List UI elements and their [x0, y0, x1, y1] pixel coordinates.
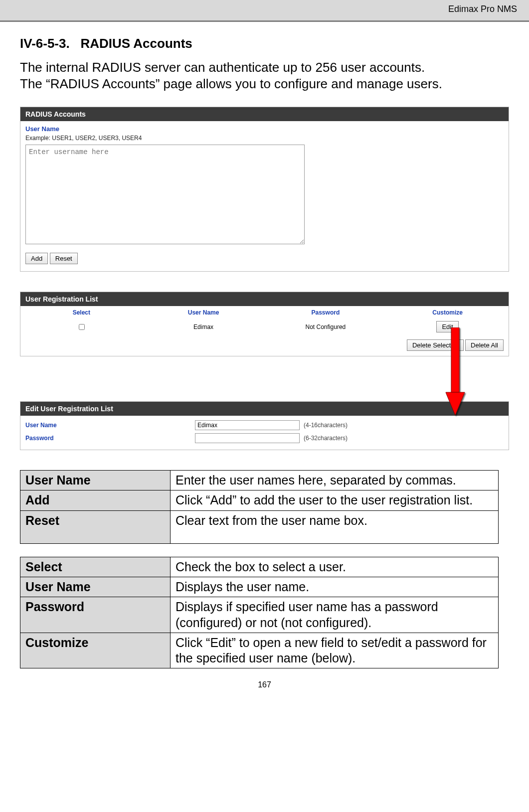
- table-row: User Name Enter the user names here, sep…: [20, 471, 499, 490]
- desc-key: Password: [20, 597, 171, 633]
- section-title: RADIUS Accounts: [80, 36, 192, 51]
- desc-key: User Name: [20, 577, 171, 597]
- section-number: IV-6-5-3.: [20, 36, 70, 51]
- table-row: Select Check the box to select a user.: [20, 557, 499, 577]
- section-heading: IV-6-5-3. RADIUS Accounts: [20, 36, 509, 51]
- desc-val: Displays if specified user name has a pa…: [171, 597, 499, 633]
- desc-val: Clear text from the user name box.: [171, 510, 499, 543]
- desc-val: Displays the user name.: [171, 577, 499, 597]
- user-registration-list-panel: User Registration List Select User Name …: [20, 292, 509, 356]
- edit-button[interactable]: Edit: [436, 321, 458, 332]
- edit-password-input[interactable]: [195, 433, 300, 443]
- table-row: Password Displays if specified user name…: [20, 597, 499, 633]
- page-header: Edimax Pro NMS: [0, 0, 529, 22]
- desc-val: Check the box to select a user.: [171, 557, 499, 577]
- delete-selected-button[interactable]: Delete Selected: [407, 339, 464, 351]
- description-table-2: Select Check the box to select a user. U…: [20, 557, 499, 669]
- table-row: User Name Displays the user name.: [20, 577, 499, 597]
- edit-username-label: User Name: [25, 422, 195, 429]
- password-hint: (6-32characters): [304, 435, 348, 442]
- desc-val: Click “Add” to add the user to the user …: [171, 490, 499, 510]
- intro-text: The internal RADIUS server can authentic…: [20, 59, 509, 92]
- panel-title: RADIUS Accounts: [20, 107, 509, 121]
- intro-line-1: The internal RADIUS server can authentic…: [20, 59, 509, 76]
- panel-title: Edit User Registration List: [20, 402, 509, 416]
- desc-key: Select: [20, 557, 171, 577]
- example-text: Example: USER1, USER2, USER3, USER4: [25, 135, 504, 142]
- table-row: Edimax Not Configured Edit: [20, 319, 509, 336]
- desc-key: User Name: [20, 471, 171, 490]
- reg-table-header: Select User Name Password Customize: [20, 306, 509, 319]
- delete-all-button[interactable]: Delete All: [465, 339, 504, 351]
- desc-key: Add: [20, 490, 171, 510]
- col-username: User Name: [143, 309, 265, 316]
- intro-line-2: The “RADIUS Accounts” page allows you to…: [20, 76, 509, 92]
- edit-username-input[interactable]: [195, 420, 300, 430]
- page-number: 167: [0, 668, 529, 694]
- table-row: Add Click “Add” to add the user to the u…: [20, 490, 499, 510]
- edit-user-registration-panel: Edit User Registration List User Name (4…: [20, 401, 509, 450]
- username-label: User Name: [25, 125, 504, 133]
- edit-password-label: Password: [25, 435, 195, 442]
- desc-key: Customize: [20, 633, 171, 668]
- username-textarea[interactable]: [25, 145, 305, 244]
- radius-accounts-panel: RADIUS Accounts User Name Example: USER1…: [20, 107, 509, 272]
- desc-val: Enter the user names here, separated by …: [171, 471, 499, 490]
- col-select: Select: [20, 309, 143, 316]
- panel-title: User Registration List: [20, 292, 509, 306]
- username-hint: (4-16characters): [304, 422, 348, 429]
- description-table-1: User Name Enter the user names here, sep…: [20, 470, 499, 544]
- product-name: Edimax Pro NMS: [448, 4, 517, 14]
- table-row: Reset Clear text from the user name box.: [20, 510, 499, 543]
- desc-key: Reset: [20, 510, 171, 543]
- row-password: Not Configured: [265, 324, 387, 330]
- table-row: Customize Click “Edit” to open a new fie…: [20, 633, 499, 668]
- add-button[interactable]: Add: [25, 253, 48, 264]
- desc-val: Click “Edit” to open a new field to set/…: [171, 633, 499, 668]
- col-password: Password: [265, 309, 387, 316]
- reset-button[interactable]: Reset: [50, 253, 78, 264]
- col-customize: Customize: [386, 309, 509, 316]
- select-checkbox[interactable]: [79, 324, 85, 330]
- row-username: Edimax: [143, 324, 265, 330]
